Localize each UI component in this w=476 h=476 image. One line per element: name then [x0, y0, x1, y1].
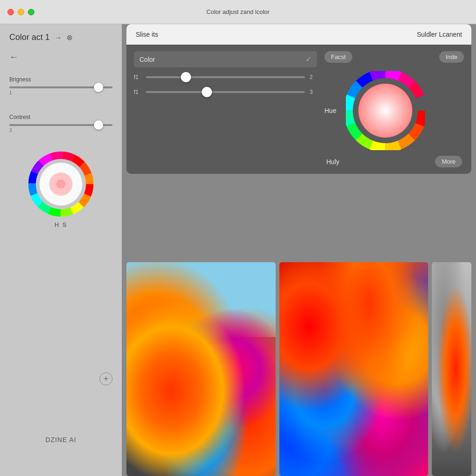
maximize-button[interactable] [28, 9, 34, 15]
sidebar: Color act 1 → ⊗ ← Brigness 1 Contrest 3 [0, 24, 122, 476]
hue-label: Hue [324, 107, 341, 114]
titlebar: Color adjust zand lcolor [0, 0, 476, 24]
contrast-min: 3 [9, 128, 12, 133]
slider2-end-label: 3 [310, 89, 317, 95]
slider2-start-label: f1 [134, 89, 141, 95]
back-button[interactable]: ← [0, 47, 28, 67]
sidebar-link-icon: ⊗ [66, 33, 73, 42]
inde-button[interactable]: Inde [439, 51, 464, 63]
sidebar-arrow-icon: → [54, 33, 62, 42]
slider1-start-label: f1 [134, 74, 141, 80]
image-grid [126, 262, 471, 476]
slider2-thumb[interactable] [202, 87, 212, 97]
panel-left: Color ✓ f1 2 f1 [134, 51, 317, 167]
contrast-thumb[interactable] [94, 120, 103, 130]
colorful-trees-image [126, 262, 276, 476]
chevron-down-icon: ✓ [305, 55, 311, 64]
image-thumb-3[interactable] [432, 262, 471, 476]
window-title: Color adjust zand lcolor [206, 8, 270, 15]
color-wheel-sidebar[interactable] [28, 152, 93, 217]
image-thumb-2[interactable] [279, 262, 429, 476]
add-button[interactable]: + [99, 372, 112, 385]
slider1-thumb[interactable] [181, 72, 191, 82]
main-layout: Color act 1 → ⊗ ← Brigness 1 Contrest 3 [0, 24, 476, 476]
panel-right-top: Facst Inde [324, 51, 464, 63]
huly-row: Huly More [324, 156, 464, 167]
colorful-close-image [279, 262, 429, 476]
minimize-button[interactable] [18, 9, 24, 15]
hue-section: Hue [324, 71, 464, 167]
color-wheel-large[interactable] [346, 71, 425, 150]
brightness-thumb[interactable] [94, 83, 103, 92]
brightness-min: 1 [9, 90, 12, 95]
slider2-track[interactable] [146, 91, 305, 93]
brightness-section: Brigness 1 [0, 72, 122, 100]
panel-content: Color ✓ f1 2 f1 [126, 45, 471, 174]
window-controls [7, 9, 34, 15]
sidebar-header: Color act 1 → ⊗ [0, 24, 122, 47]
right-panel: Slise its Suldler Lcanent Color ✓ f1 [122, 24, 476, 476]
contrast-section: Contrest 3 [0, 109, 122, 138]
panel-slider-2-row: f1 3 [134, 89, 317, 95]
brightness-track[interactable] [9, 86, 112, 88]
tab-slise[interactable]: Slise its [136, 31, 158, 38]
more-button[interactable]: More [435, 156, 462, 167]
sidebar-title: Color act 1 [9, 33, 50, 42]
color-wheel-container: H S [0, 152, 122, 228]
panel-tabs: Slise its Suldler Lcanent [126, 24, 471, 45]
color-dropdown[interactable]: Color ✓ [134, 51, 317, 67]
hs-label: H S [54, 221, 67, 228]
side-image [432, 262, 471, 476]
panel-right: Facst Inde Hue [324, 51, 464, 167]
svg-point-35 [358, 84, 412, 138]
svg-point-19 [56, 179, 66, 189]
panel-slider-1-row: f1 2 [134, 74, 317, 80]
contrast-track[interactable] [9, 124, 112, 126]
color-dropdown-label: Color [139, 56, 155, 63]
slider1-track[interactable] [146, 76, 305, 78]
contrast-label: Contrest [9, 114, 112, 120]
image-thumb-1[interactable] [126, 262, 276, 476]
tab-suldler[interactable]: Suldler Lcanent [417, 31, 462, 38]
facst-button[interactable]: Facst [324, 51, 352, 63]
brightness-label: Brigness [9, 76, 112, 83]
dzine-ai-label: DZINE AI [46, 436, 76, 443]
slider1-end-label: 2 [310, 74, 317, 80]
huly-label: Huly [326, 158, 339, 165]
close-button[interactable] [7, 9, 14, 15]
hue-row: Hue [324, 71, 425, 150]
floating-panel: Slise its Suldler Lcanent Color ✓ f1 [126, 24, 471, 174]
